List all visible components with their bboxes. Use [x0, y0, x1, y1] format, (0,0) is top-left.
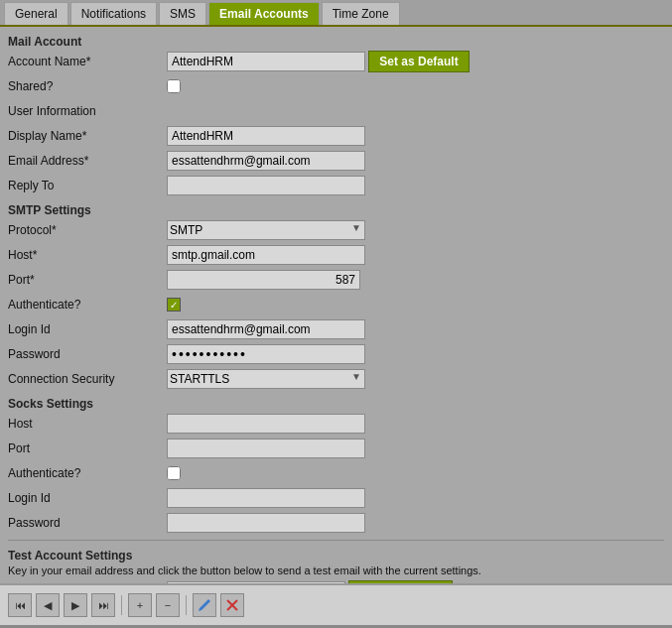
- email-address-label: Email Address*: [8, 154, 167, 168]
- shared-row: Shared?: [8, 75, 664, 97]
- account-name-row: Account Name* Set as Default: [8, 51, 664, 72]
- test-email-input[interactable]: [167, 581, 345, 583]
- next-record-button[interactable]: ▶: [64, 593, 87, 617]
- host-input[interactable]: [167, 245, 365, 265]
- tab-email-accounts[interactable]: Email Accounts: [208, 2, 320, 25]
- tab-general[interactable]: General: [4, 2, 68, 25]
- port-row: Port*: [8, 269, 664, 291]
- reply-to-row: Reply To: [8, 175, 664, 196]
- toolbar-separator-1: [121, 595, 122, 615]
- host-label: Host*: [8, 248, 167, 262]
- conn-security-label: Connection Security: [8, 372, 167, 386]
- mail-account-section-title: Mail Account: [8, 31, 664, 51]
- reply-to-input[interactable]: [167, 176, 365, 195]
- socks-port-row: Port: [8, 438, 664, 459]
- test-desc: Key in your email address and click the …: [8, 565, 664, 576]
- prev-record-button[interactable]: ◀: [36, 593, 60, 617]
- socks-auth-label: Authenticate?: [8, 466, 167, 480]
- authenticate-label: Authenticate?: [8, 298, 167, 312]
- protocol-row: Protocol* SMTP: [8, 219, 664, 241]
- socks-password-input[interactable]: [167, 513, 365, 533]
- display-name-input[interactable]: [167, 126, 365, 146]
- shared-checkbox[interactable]: [167, 79, 181, 93]
- delete-icon: [226, 599, 238, 611]
- toolbar-separator-2: [186, 595, 187, 615]
- display-name-label: Display Name*: [8, 129, 167, 143]
- socks-login-row: Login Id: [8, 487, 664, 509]
- login-id-row: Login Id: [8, 318, 664, 340]
- socks-password-row: Password: [8, 512, 664, 534]
- tab-notifications[interactable]: Notifications: [70, 2, 157, 25]
- email-address-input[interactable]: [167, 151, 365, 171]
- bottom-toolbar: ⏮ ◀ ▶ ⏭ + −: [0, 583, 672, 625]
- add-record-button[interactable]: +: [128, 593, 152, 617]
- conn-security-row: Connection Security STARTTLS NONE SSL/TL…: [8, 368, 664, 390]
- socks-host-row: Host: [8, 413, 664, 435]
- test-account-section: Test Account Settings Key in your email …: [8, 540, 664, 583]
- socks-password-label: Password: [8, 516, 167, 530]
- smtp-section-title: SMTP Settings: [8, 199, 664, 219]
- authenticate-row: Authenticate? ✓: [8, 294, 664, 315]
- first-record-button[interactable]: ⏮: [8, 593, 32, 617]
- protocol-label: Protocol*: [8, 223, 167, 237]
- reply-to-label: Reply To: [8, 179, 167, 192]
- socks-port-input[interactable]: [167, 439, 365, 458]
- tab-sms[interactable]: SMS: [159, 2, 206, 25]
- socks-host-input[interactable]: [167, 414, 365, 434]
- test-section-title: Test Account Settings: [8, 545, 664, 565]
- protocol-select[interactable]: SMTP: [167, 220, 365, 240]
- host-row: Host*: [8, 244, 664, 266]
- password-label: Password: [8, 347, 167, 361]
- send-test-mail-button[interactable]: Send Test Mail: [348, 580, 453, 583]
- last-record-button[interactable]: ⏭: [91, 593, 115, 617]
- shared-label: Shared?: [8, 79, 167, 93]
- socks-auth-checkbox[interactable]: [167, 466, 181, 480]
- password-input[interactable]: [167, 344, 365, 364]
- authenticate-checkbox[interactable]: ✓: [167, 298, 181, 312]
- edit-icon: [198, 598, 211, 612]
- delete-record-button[interactable]: [220, 593, 244, 617]
- top-navigation: General Notifications SMS Email Accounts…: [0, 0, 672, 27]
- set-as-default-button[interactable]: Set as Default: [368, 51, 469, 72]
- port-input[interactable]: [167, 270, 360, 290]
- conn-security-select[interactable]: STARTTLS NONE SSL/TLS: [167, 369, 365, 389]
- socks-host-label: Host: [8, 417, 167, 431]
- display-name-row: Display Name*: [8, 125, 664, 147]
- remove-record-button[interactable]: −: [156, 593, 180, 617]
- protocol-select-wrapper: SMTP: [167, 220, 365, 240]
- user-info-row: User Information: [8, 100, 664, 122]
- account-name-label: Account Name*: [8, 55, 167, 68]
- user-info-label: User Information: [8, 104, 167, 118]
- port-label: Port*: [8, 273, 167, 287]
- account-name-input[interactable]: [167, 52, 365, 71]
- edit-record-button[interactable]: [193, 593, 216, 617]
- conn-security-select-wrapper: STARTTLS NONE SSL/TLS: [167, 369, 365, 389]
- email-address-row: Email Address*: [8, 150, 664, 172]
- login-id-input[interactable]: [167, 319, 365, 339]
- main-content: Mail Account Account Name* Set as Defaul…: [0, 27, 672, 583]
- socks-auth-row: Authenticate?: [8, 462, 664, 484]
- socks-port-label: Port: [8, 441, 167, 455]
- socks-login-label: Login Id: [8, 491, 167, 505]
- socks-login-input[interactable]: [167, 488, 365, 508]
- tab-time-zone[interactable]: Time Zone: [322, 2, 400, 25]
- login-id-label: Login Id: [8, 322, 167, 336]
- password-row: Password: [8, 343, 664, 365]
- socks-section-title: Socks Settings: [8, 393, 664, 413]
